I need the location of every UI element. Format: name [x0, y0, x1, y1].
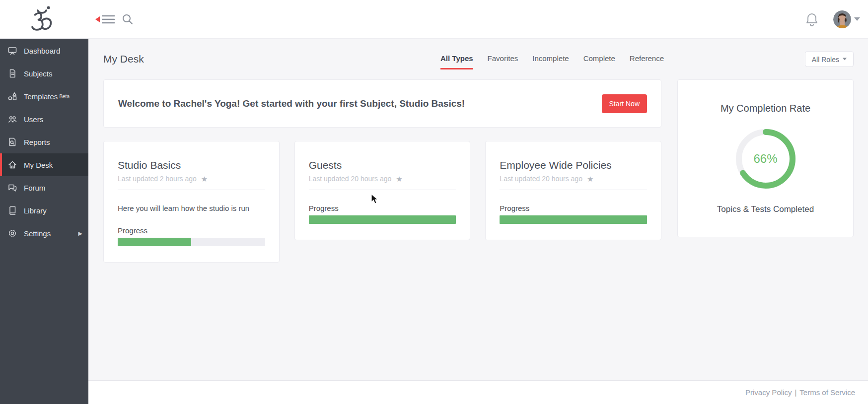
document-search-icon: [7, 137, 18, 147]
home-icon: [7, 160, 18, 170]
sidebar-item-label: Dashboard: [24, 47, 60, 55]
subject-title: Guests: [309, 159, 456, 171]
progress-bar: [118, 238, 265, 246]
divider: [309, 190, 456, 190]
last-updated-text: Last updated 20 hours ago: [500, 175, 582, 183]
subject-title: Studio Basics: [118, 159, 265, 171]
progress-bar-fill: [309, 215, 456, 224]
sidebar-item-label: Subjects: [24, 69, 53, 78]
subject-card-studio-basics[interactable]: Studio Basics Last updated 2 hours ago ★…: [103, 141, 280, 263]
tab-all-types[interactable]: All Types: [440, 54, 473, 69]
sidebar-item-subjects[interactable]: Subjects: [0, 62, 88, 85]
last-updated-text: Last updated 2 hours ago: [118, 175, 197, 183]
search-icon: [122, 13, 134, 25]
sidebar-item-settings[interactable]: Settings ▶: [0, 222, 88, 245]
profile-menu-button[interactable]: [833, 10, 860, 28]
sidebar-item-label: Library: [24, 206, 47, 215]
progress-bar: [309, 215, 456, 224]
tab-reference[interactable]: Reference: [630, 54, 664, 69]
main-content: My Desk All Types Favorites Incomplete C…: [88, 39, 868, 380]
sidebar-item-label: Reports: [24, 138, 50, 146]
sidebar-item-library[interactable]: Library: [0, 199, 88, 222]
sidebar-collapse-button[interactable]: [95, 15, 115, 24]
tab-favorites[interactable]: Favorites: [488, 54, 518, 69]
sidebar-item-users[interactable]: Users: [0, 108, 88, 131]
people-group-icon: [7, 114, 18, 124]
user-avatar: [833, 10, 851, 28]
progress-bar-fill: [500, 215, 647, 224]
completion-caption: Topics & Tests Completed: [678, 204, 853, 214]
sidebar-item-dashboard[interactable]: Dashboard: [0, 39, 88, 62]
roles-filter-dropdown[interactable]: All Roles: [805, 52, 854, 67]
chevron-right-icon: ▶: [78, 230, 82, 237]
gear-icon: [7, 228, 18, 238]
welcome-banner: Welcome to Rachel's Yoga! Get started wi…: [103, 79, 661, 128]
sidebar-item-my-desk[interactable]: My Desk: [0, 153, 88, 176]
top-bar: [0, 0, 868, 39]
sidebar-item-label: My Desk: [24, 161, 53, 169]
terms-of-service-link[interactable]: Terms of Service: [799, 388, 855, 397]
sidebar-item-reports[interactable]: Reports: [0, 131, 88, 153]
beta-badge: Beta: [59, 94, 70, 99]
sidebar-item-templates[interactable]: Templates Beta: [0, 85, 88, 108]
profile-caret-down-icon: [854, 17, 860, 21]
subject-title: Employee Wide Policies: [500, 159, 647, 171]
progress-bar: [500, 215, 647, 224]
document-icon: [7, 68, 18, 78]
divider: [500, 190, 647, 190]
collapse-arrow-icon: [95, 16, 100, 22]
tab-complete[interactable]: Complete: [583, 54, 615, 69]
subject-description: Here you will learn how the studio is ru…: [118, 204, 265, 212]
favorite-star-icon[interactable]: ★: [396, 175, 402, 183]
subject-card-guests[interactable]: Guests Last updated 20 hours ago ★ Progr…: [294, 141, 471, 240]
type-filter-tabs: All Types Favorites Incomplete Complete …: [440, 54, 664, 64]
progress-label: Progress: [500, 204, 647, 212]
divider: [118, 190, 265, 190]
footer-separator: |: [795, 388, 796, 397]
completion-donut-chart: 66%: [734, 127, 797, 191]
book-icon: [7, 205, 18, 215]
caret-down-icon: [843, 58, 847, 61]
progress-label: Progress: [309, 204, 456, 212]
sidebar-item-label: Forum: [24, 184, 45, 192]
roles-filter-label: All Roles: [812, 55, 839, 63]
completion-rate-title: My Completion Rate: [678, 103, 853, 114]
sidebar-item-label: Settings: [24, 229, 51, 238]
completion-rate-card: My Completion Rate 66% Topics & Tests Co…: [677, 79, 854, 237]
sidebar-item-label: Users: [24, 115, 43, 124]
favorite-star-icon[interactable]: ★: [587, 175, 593, 183]
sidebar-item-label: Templates: [24, 92, 58, 101]
sidebar-nav: Dashboard Subjects Templates Beta: [0, 39, 88, 404]
shapes-icon: [7, 91, 18, 101]
bell-icon: [805, 12, 818, 26]
page-title: My Desk: [103, 53, 144, 65]
sidebar-item-forum[interactable]: Forum: [0, 176, 88, 199]
last-updated-text: Last updated 20 hours ago: [309, 175, 392, 183]
om-logo-icon[interactable]: [27, 4, 57, 35]
footer: Privacy Policy | Terms of Service: [88, 380, 868, 404]
chat-bubbles-icon: [7, 183, 18, 193]
tab-incomplete[interactable]: Incomplete: [532, 54, 569, 69]
subject-card-employee-wide-policies[interactable]: Employee Wide Policies Last updated 20 h…: [485, 141, 661, 240]
favorite-star-icon[interactable]: ★: [201, 175, 208, 183]
progress-bar-fill: [118, 238, 191, 246]
search-button[interactable]: [122, 13, 134, 25]
welcome-message: Welcome to Rachel's Yoga! Get started wi…: [118, 98, 465, 109]
notifications-bell-button[interactable]: [805, 12, 818, 26]
start-now-button[interactable]: Start Now: [602, 94, 647, 113]
completion-percent-value: 66%: [734, 127, 797, 191]
progress-label: Progress: [118, 226, 265, 235]
privacy-policy-link[interactable]: Privacy Policy: [745, 388, 792, 397]
presentation-screen-icon: [7, 46, 18, 56]
hamburger-icon: [102, 15, 115, 24]
